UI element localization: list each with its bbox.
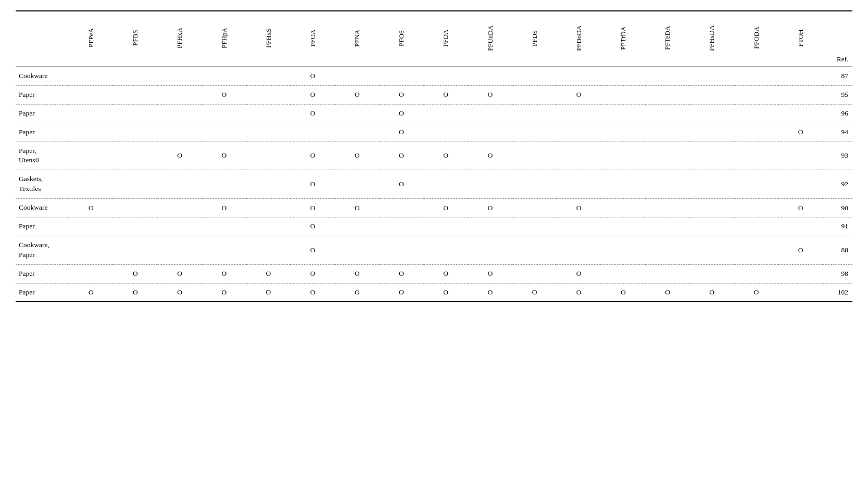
cell-PFNA xyxy=(335,217,379,236)
cell-PFTeDA xyxy=(645,104,689,123)
cell-PFBS xyxy=(113,104,157,123)
cell-PFOA: O xyxy=(291,199,335,217)
cell-category: Paper xyxy=(16,85,69,104)
cell-PFHpA: O xyxy=(202,264,246,283)
cell-PFUnDA: O xyxy=(468,199,512,217)
cell-PFOS: O xyxy=(379,123,423,142)
cell-PFHpA xyxy=(202,236,246,264)
cell-ref: 94 xyxy=(823,123,852,142)
cell-PFDoDA xyxy=(557,217,601,236)
cell-PFUnDA xyxy=(468,236,512,264)
cell-PFUnDA xyxy=(468,67,512,86)
cell-category: Paper, Utensil xyxy=(16,142,69,170)
cell-PFTrDA xyxy=(601,123,645,142)
cell-PFDA xyxy=(424,123,468,142)
table-row: PaperOOOOOOOOOO98 xyxy=(16,264,852,283)
cell-PFOA: O xyxy=(291,264,335,283)
cell-ref: 88 xyxy=(823,236,852,264)
cell-PFDoDA: O xyxy=(557,199,601,217)
cell-PFDS xyxy=(512,123,557,142)
cell-PFNA xyxy=(335,67,379,86)
cell-PFOS: O xyxy=(379,283,423,302)
cell-PFOA: O xyxy=(291,104,335,123)
header-PFTeDA: PFTeDA xyxy=(645,11,689,67)
cell-PFNA: O xyxy=(335,142,379,170)
cell-PFTeDA xyxy=(645,123,689,142)
cell-PFDS xyxy=(512,236,557,264)
cell-category: Cookware, Paper xyxy=(16,236,69,264)
cell-PFHxA xyxy=(158,236,202,264)
cell-PFOS: O xyxy=(379,170,423,199)
cell-FTOH: O xyxy=(778,199,823,217)
cell-PFUnDA xyxy=(468,104,512,123)
cell-PFDoDA: O xyxy=(557,264,601,283)
cell-PFDA: O xyxy=(424,142,468,170)
cell-PFODA xyxy=(734,199,778,217)
cell-PFOA: O xyxy=(291,217,335,236)
cell-PFOS xyxy=(379,67,423,86)
cell-PFDoDA xyxy=(557,104,601,123)
cell-PFOS: O xyxy=(379,85,423,104)
cell-PFDA: O xyxy=(424,199,468,217)
cell-PFTeDA: O xyxy=(645,283,689,302)
header-PFHxDA: PFHxDA xyxy=(690,11,734,67)
table-row: PaperOO94 xyxy=(16,123,852,142)
cell-PFOA: O xyxy=(291,170,335,199)
cell-PFHxDA xyxy=(690,199,734,217)
cell-PFHpA xyxy=(202,67,246,86)
cell-PFBS xyxy=(113,199,157,217)
cell-PFBS: O xyxy=(113,283,157,302)
cell-PFHxDA xyxy=(690,236,734,264)
cell-FTOH xyxy=(778,264,823,283)
cell-PFUnDA xyxy=(468,217,512,236)
cell-PFPeA xyxy=(69,236,113,264)
cell-PFODA xyxy=(734,142,778,170)
cell-PFDA xyxy=(424,170,468,199)
cell-PFHxS xyxy=(246,104,291,123)
cell-PFBS xyxy=(113,85,157,104)
cell-PFOS: O xyxy=(379,142,423,170)
cell-PFPeA xyxy=(69,67,113,86)
cell-PFDS xyxy=(512,217,557,236)
header-PFHxA: PFHxA xyxy=(158,11,202,67)
cell-PFTeDA xyxy=(645,236,689,264)
cell-PFHxA xyxy=(158,217,202,236)
cell-FTOH xyxy=(778,104,823,123)
cell-PFOS xyxy=(379,199,423,217)
cell-PFHpA: O xyxy=(202,85,246,104)
cell-PFOA: O xyxy=(291,67,335,86)
cell-PFTrDA xyxy=(601,142,645,170)
cell-PFHxA: O xyxy=(158,142,202,170)
cell-PFDA: O xyxy=(424,85,468,104)
cell-PFHxDA xyxy=(690,142,734,170)
cell-PFPeA xyxy=(69,170,113,199)
cell-PFODA xyxy=(734,123,778,142)
cell-PFTrDA xyxy=(601,264,645,283)
cell-PFNA xyxy=(335,236,379,264)
cell-PFHxA: O xyxy=(158,283,202,302)
table-row: CookwareO87 xyxy=(16,67,852,86)
cell-PFHpA xyxy=(202,104,246,123)
cell-category: Paper xyxy=(16,123,69,142)
cell-PFOA: O xyxy=(291,283,335,302)
cell-category: Gaskets, Textiles xyxy=(16,170,69,199)
cell-PFDoDA: O xyxy=(557,283,601,302)
cell-PFTrDA xyxy=(601,104,645,123)
cell-PFHxS xyxy=(246,170,291,199)
cell-PFDA xyxy=(424,104,468,123)
cell-FTOH xyxy=(778,170,823,199)
cell-PFODA xyxy=(734,104,778,123)
cell-PFTrDA: O xyxy=(601,283,645,302)
cell-FTOH xyxy=(778,283,823,302)
cell-PFTeDA xyxy=(645,170,689,199)
cell-FTOH xyxy=(778,67,823,86)
cell-PFHpA xyxy=(202,123,246,142)
cell-PFHxA xyxy=(158,104,202,123)
cell-PFHpA: O xyxy=(202,283,246,302)
cell-PFHxS: O xyxy=(246,283,291,302)
cell-PFHpA: O xyxy=(202,142,246,170)
cell-PFDS xyxy=(512,85,557,104)
cell-PFBS xyxy=(113,170,157,199)
cell-PFUnDA: O xyxy=(468,142,512,170)
cell-PFOA: O xyxy=(291,142,335,170)
